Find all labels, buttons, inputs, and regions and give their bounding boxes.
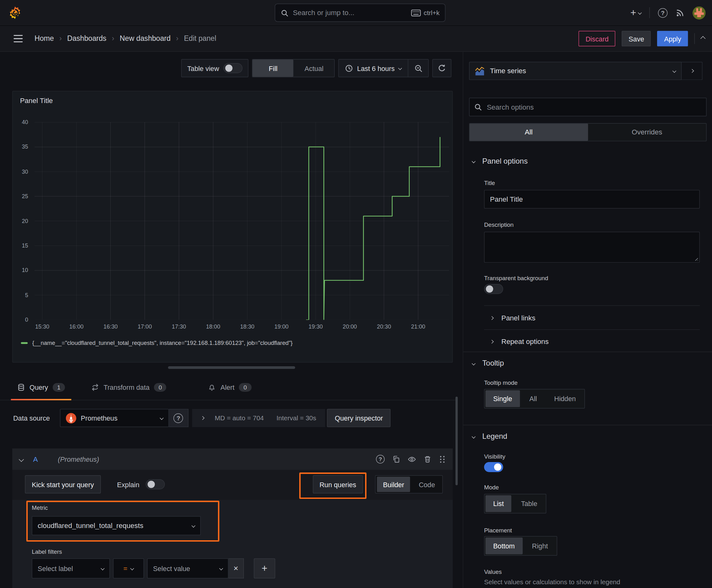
operator-dropdown[interactable]: =	[113, 559, 144, 579]
delete-query-icon[interactable]	[424, 455, 432, 463]
options-filter-tabs: All Overrides	[469, 123, 707, 141]
tab-transform-data[interactable]: Transform data 0	[85, 375, 173, 400]
user-avatar[interactable]	[693, 6, 706, 19]
max-data-points-stat: MD = auto = 704	[215, 414, 264, 422]
datasource-label: Data source	[13, 414, 50, 422]
placement-right-option[interactable]: Right	[524, 538, 556, 554]
keyboard-icon	[411, 9, 421, 16]
code-option[interactable]: Code	[413, 477, 441, 492]
x-tick-label: 21:00	[407, 323, 429, 330]
resize-drag-handle[interactable]	[168, 366, 295, 369]
builder-option[interactable]: Builder	[377, 477, 410, 492]
options-search[interactable]	[469, 98, 707, 116]
legend-list-option[interactable]: List	[486, 495, 511, 512]
description-textarea[interactable]	[484, 232, 700, 262]
keyboard-shortcut: ctrl+k	[411, 9, 439, 16]
query-row-header[interactable]: A (Prometheus) ?	[12, 448, 453, 470]
datasource-row: Data source Prometheus ? MD = auto = 704…	[12, 409, 453, 427]
breadcrumb-dashboards[interactable]: Dashboards	[67, 35, 106, 43]
discard-button[interactable]: Discard	[579, 31, 615, 46]
tooltip-mode-switch: Single All Hidden	[484, 389, 585, 408]
duplicate-query-icon[interactable]	[392, 455, 400, 463]
menu-toggle-icon[interactable]	[14, 35, 23, 42]
refresh-button[interactable]	[432, 59, 451, 77]
collapse-options-pane-button[interactable]	[682, 62, 703, 80]
legend-section-header[interactable]: Legend	[472, 432, 507, 441]
chart-plot[interactable]	[35, 122, 449, 320]
collapse-query-icon[interactable]	[19, 457, 24, 462]
zoom-out-button[interactable]	[408, 59, 428, 77]
x-axis-labels: 15:3016:0016:3017:0017:3018:0018:3019:00…	[35, 323, 449, 332]
select-value-dropdown[interactable]: Select value	[147, 559, 229, 579]
save-button[interactable]: Save	[622, 31, 651, 46]
drag-handle-grip-icon[interactable]	[439, 455, 446, 463]
main-scrollbar[interactable]	[455, 397, 458, 485]
tab-alert[interactable]: Alert 0	[202, 375, 258, 400]
query-help-icon[interactable]: ?	[376, 455, 385, 463]
tooltip-section-header[interactable]: Tooltip	[472, 359, 504, 368]
repeat-options-section[interactable]: Repeat options	[490, 338, 549, 346]
collapse-header-icon[interactable]	[700, 36, 706, 41]
grafana-logo-icon[interactable]	[8, 6, 22, 19]
section-border	[463, 352, 712, 352]
breadcrumb-new-dashboard[interactable]: New dashboard	[120, 35, 170, 43]
x-tick-label: 16:00	[66, 323, 87, 330]
label-filter-row: Select label = Select value × +	[32, 559, 275, 579]
fill-option[interactable]: Fill	[253, 59, 294, 77]
tooltip-all-option[interactable]: All	[522, 391, 545, 407]
visibility-label: Visibility	[484, 453, 505, 460]
y-tick-label: 40	[22, 119, 28, 125]
table-view-toggle[interactable]	[223, 63, 243, 73]
legend-visibility-toggle[interactable]	[484, 462, 503, 472]
panel-toolbar: Table view Fill Actual Last 6 hours	[181, 59, 451, 77]
visualization-picker[interactable]: Time series	[469, 62, 682, 80]
tooltip-hidden-option[interactable]: Hidden	[546, 391, 584, 407]
hide-query-icon[interactable]	[408, 455, 416, 463]
tab-overrides[interactable]: Overrides	[588, 123, 706, 141]
time-range-picker[interactable]: Last 6 hours	[339, 64, 408, 72]
grafana-edit-panel-screen: ctrl+k + ? Home	[0, 0, 712, 588]
tab-all[interactable]: All	[470, 123, 588, 141]
explain-toggle[interactable]	[146, 479, 165, 489]
new-menu-button[interactable]: +	[630, 8, 641, 18]
query-options-bar[interactable]: MD = auto = 704 Interval = 30s	[192, 409, 326, 427]
datasource-help-button[interactable]: ?	[169, 409, 188, 427]
alert-count-badge: 0	[239, 383, 251, 391]
legend-mode-label: Mode	[484, 484, 499, 491]
chevron-down-icon	[472, 361, 476, 365]
add-filter-button[interactable]: +	[254, 559, 275, 579]
apply-button[interactable]: Apply	[657, 31, 688, 46]
transparent-background-toggle[interactable]	[484, 284, 503, 294]
run-queries-button[interactable]: Run queries	[313, 475, 363, 493]
kick-start-button[interactable]: Kick start your query	[25, 475, 101, 493]
metric-select[interactable]: cloudflared_tunnel_total_requests	[32, 516, 201, 535]
breadcrumb-home[interactable]: Home	[35, 35, 54, 43]
datasource-picker[interactable]: Prometheus	[60, 409, 169, 427]
divider	[484, 305, 700, 306]
tooltip-single-option[interactable]: Single	[486, 391, 520, 407]
legend-table-option[interactable]: Table	[513, 495, 545, 512]
x-tick-label: 20:00	[339, 323, 361, 330]
transform-count-badge: 0	[154, 383, 166, 391]
panel-links-section[interactable]: Panel links	[490, 314, 535, 322]
select-label-dropdown[interactable]: Select label	[32, 559, 110, 579]
remove-filter-button[interactable]: ×	[229, 559, 244, 579]
tab-query[interactable]: Query 1	[11, 375, 71, 400]
y-axis-labels: 0510152025303540	[13, 122, 31, 320]
time-range-group: Last 6 hours	[339, 59, 429, 77]
news-rss-icon[interactable]	[675, 8, 684, 17]
placement-label: Placement	[484, 527, 512, 534]
panel-title-input[interactable]	[484, 190, 700, 209]
panel-options-title: Panel options	[482, 157, 528, 165]
actual-option[interactable]: Actual	[294, 59, 335, 77]
query-inspector-button[interactable]: Query inspector	[327, 409, 390, 427]
options-search-input[interactable]	[486, 102, 702, 111]
global-search[interactable]: ctrl+k	[275, 4, 446, 22]
legend-series-label[interactable]: {__name__="cloudflared_tunnel_total_requ…	[33, 339, 293, 346]
search-input[interactable]	[292, 8, 407, 17]
search-icon	[281, 9, 288, 17]
resize-corner-icon[interactable]	[693, 256, 698, 261]
panel-options-section-header[interactable]: Panel options	[472, 157, 527, 165]
placement-bottom-option[interactable]: Bottom	[486, 538, 522, 554]
help-icon[interactable]: ?	[658, 8, 667, 17]
